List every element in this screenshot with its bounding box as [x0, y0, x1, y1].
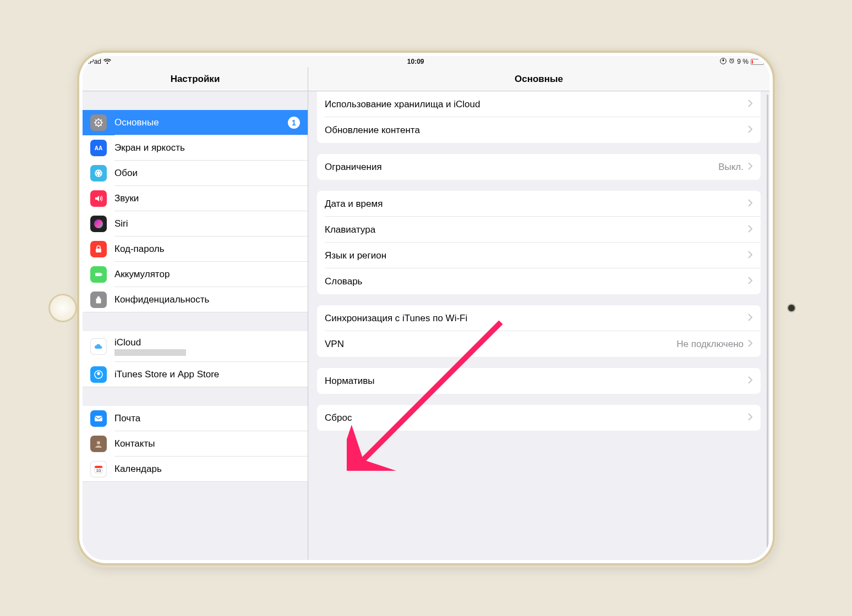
home-button[interactable] — [48, 294, 77, 322]
detail-row-restrictions[interactable]: ОграниченияВыкл. — [317, 154, 761, 180]
detail-row-regulatory[interactable]: Нормативы — [317, 368, 761, 394]
sidebar-item-mail[interactable]: Почта — [83, 406, 308, 431]
siri-icon — [90, 216, 107, 232]
detail-row-value: Не подключено — [676, 339, 744, 350]
svg-text:AA: AA — [95, 145, 102, 151]
chevron-right-icon — [748, 413, 753, 423]
chevron-right-icon — [748, 225, 753, 235]
battery-icon — [751, 59, 764, 65]
orientation-lock-icon — [720, 58, 727, 66]
sidebar-item-label: iTunes Store и App Store — [114, 369, 219, 380]
screen: iPad 10:09 9 % Настройк — [83, 56, 769, 560]
svg-line-10 — [95, 125, 96, 125]
svg-point-3 — [97, 122, 100, 124]
detail-row-vpn[interactable]: VPNНе подключено — [317, 331, 761, 357]
svg-rect-20 — [95, 273, 101, 276]
chevron-right-icon — [748, 251, 753, 261]
detail-row-label: Дата и время — [325, 199, 383, 210]
ipad-frame: iPad 10:09 9 % Настройк — [79, 53, 773, 563]
detail-row-dictionary[interactable]: Словарь — [317, 268, 761, 294]
detail-pane: Основные Использование хранилища и iClou… — [308, 67, 769, 560]
detail-title: Основные — [308, 67, 769, 91]
privacy-icon — [90, 292, 107, 308]
svg-text:10: 10 — [96, 468, 101, 473]
svg-line-9 — [101, 125, 101, 125]
detail-row-label: Словарь — [325, 276, 362, 287]
sidebar-item-general[interactable]: Основные1 — [83, 110, 308, 135]
svg-point-18 — [94, 219, 103, 228]
front-camera — [788, 305, 795, 311]
detail-row-label: Использование хранилища и iCloud — [325, 99, 480, 110]
sidebar-item-contacts[interactable]: Контакты — [83, 431, 308, 457]
icloud-icon — [90, 338, 107, 355]
detail-row-background[interactable]: Обновление контента — [317, 117, 761, 143]
chevron-right-icon — [748, 100, 753, 109]
carrier-label: iPad — [88, 58, 101, 65]
sidebar-item-stores[interactable]: iTunes Store и App Store — [83, 362, 308, 387]
detail-row-itunessync[interactable]: Синхронизация с iTunes по Wi-Fi — [317, 305, 761, 331]
settings-sidebar: Настройки Основные1AAЭкран и яркостьОбои… — [83, 67, 308, 560]
sidebar-item-label: Календарь — [114, 464, 162, 475]
sidebar-item-label: Аккумулятор — [114, 269, 170, 280]
sidebar-item-icloud[interactable]: iCloud — [83, 331, 308, 362]
chevron-right-icon — [748, 125, 753, 135]
display-icon: AA — [90, 140, 107, 156]
detail-row-label: VPN — [325, 339, 344, 350]
sidebar-item-privacy[interactable]: Конфиденциальность — [83, 287, 308, 312]
detail-row-reset[interactable]: Сброс — [317, 405, 761, 431]
icloud-account-redacted — [114, 349, 186, 356]
badge: 1 — [288, 117, 300, 129]
chevron-right-icon — [748, 314, 753, 323]
wallpaper-icon — [90, 165, 107, 182]
detail-body[interactable]: Использование хранилища и iCloudОбновлен… — [308, 91, 769, 560]
detail-row-label: Сброс — [325, 413, 352, 424]
sidebar-item-label: Код-пароль — [114, 244, 165, 255]
stores-icon — [90, 366, 107, 383]
mail-icon — [90, 410, 107, 427]
sidebar-item-wallpaper[interactable]: Обои — [83, 161, 308, 186]
sidebar-item-passcode[interactable]: Код-пароль — [83, 237, 308, 262]
sidebar-title: Настройки — [83, 67, 308, 91]
scroll-indicator — [767, 95, 768, 557]
sidebar-item-label: Контакты — [114, 438, 155, 449]
svg-point-24 — [97, 441, 100, 444]
svg-rect-23 — [95, 416, 102, 421]
detail-row-label: Язык и регион — [325, 250, 386, 261]
battery-percent: 9 % — [737, 58, 749, 65]
sidebar-item-label: Конфиденциальность — [114, 294, 209, 305]
detail-row-language[interactable]: Язык и регион — [317, 243, 761, 268]
sidebar-item-siri[interactable]: Siri — [83, 211, 308, 237]
detail-row-label: Обновление контента — [325, 125, 420, 136]
sidebar-item-battery[interactable]: Аккумулятор — [83, 262, 308, 287]
chevron-right-icon — [748, 277, 753, 287]
chevron-right-icon — [748, 162, 753, 172]
detail-row-label: Синхронизация с iTunes по Wi-Fi — [325, 313, 467, 324]
sidebar-item-calendar[interactable]: 10Календарь — [83, 457, 308, 482]
detail-row-keyboard[interactable]: Клавиатура — [317, 217, 761, 243]
sidebar-item-label: Обои — [114, 168, 138, 179]
detail-row-datetime[interactable]: Дата и время — [317, 191, 761, 217]
sidebar-item-display[interactable]: AAЭкран и яркость — [83, 135, 308, 161]
sidebar-item-label: Звуки — [114, 193, 139, 204]
svg-rect-19 — [96, 249, 101, 252]
sidebar-item-sounds[interactable]: Звуки — [83, 186, 308, 211]
sidebar-item-label: Почта — [114, 413, 140, 424]
general-icon — [90, 114, 107, 131]
sounds-icon — [90, 190, 107, 207]
chevron-right-icon — [748, 199, 753, 209]
detail-row-label: Клавиатура — [325, 224, 375, 235]
chevron-right-icon — [748, 376, 753, 386]
detail-row-storage[interactable]: Использование хранилища и iCloud — [317, 91, 761, 117]
svg-line-11 — [101, 119, 101, 120]
status-bar: iPad 10:09 9 % — [83, 56, 769, 67]
alarm-icon — [729, 58, 735, 65]
sidebar-item-label: Экран и яркость — [114, 142, 185, 153]
sidebar-item-label: Siri — [114, 218, 128, 229]
detail-row-value: Выкл. — [718, 162, 744, 173]
detail-row-label: Нормативы — [325, 376, 375, 387]
passcode-icon — [90, 241, 107, 257]
chevron-right-icon — [748, 339, 753, 349]
detail-row-label: Ограничения — [325, 162, 382, 173]
sidebar-item-label: iCloud — [114, 337, 186, 348]
contacts-icon — [90, 436, 107, 452]
